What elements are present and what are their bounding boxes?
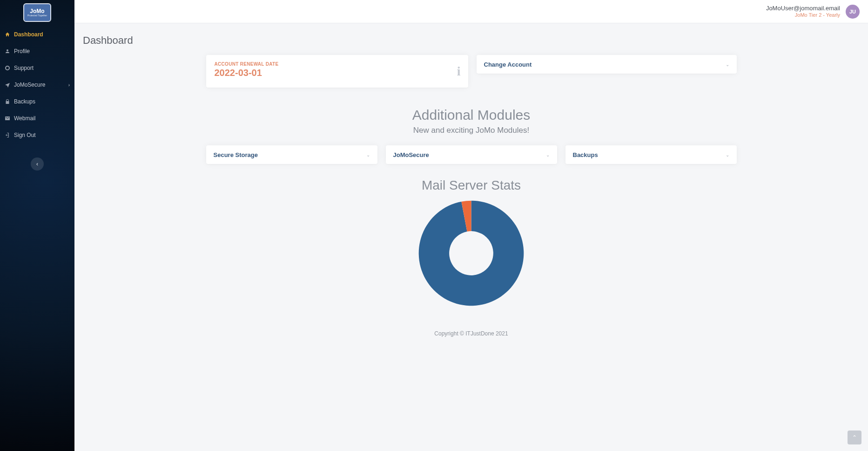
top-cards-row: ACCOUNT RENEWAL DATE 2022-03-01 i Change… <box>206 55 737 88</box>
info-icon[interactable]: i <box>457 64 461 79</box>
modules-subtitle: New and exciting JoMo Modules! <box>82 126 861 135</box>
plane-icon <box>5 82 10 88</box>
dashboard-icon <box>5 32 10 37</box>
sidebar-item-label: Dashboard <box>14 31 43 38</box>
sidebar-logo-wrap: JoMo Protected Together <box>0 0 74 23</box>
change-account-label: Change Account <box>484 61 532 68</box>
user-plan: JoMo Tier 2 - Yearly <box>766 12 840 19</box>
stats-title: Mail Server Stats <box>82 178 861 193</box>
sidebar: JoMo Protected Together Dashboard Profil… <box>0 0 74 451</box>
modules-row: Secure Storage ⌄ JoMoSecure ⌄ Backups ⌄ <box>206 145 737 164</box>
module-backups[interactable]: Backups ⌄ <box>565 145 737 164</box>
chevron-up-icon: ⌃ <box>852 434 857 441</box>
sidebar-item-label: Sign Out <box>14 132 36 138</box>
signout-icon <box>5 132 10 138</box>
change-account-dropdown[interactable]: Change Account ⌄ <box>477 55 737 74</box>
donut-chart <box>417 198 526 308</box>
chevron-down-icon: ⌄ <box>366 152 370 157</box>
user-email: JoMoUser@jomomail.email <box>766 5 840 12</box>
sidebar-item-jomosecure[interactable]: JoMoSecure › <box>0 76 74 93</box>
mail-icon <box>5 116 10 121</box>
sidebar-item-support[interactable]: Support <box>0 60 74 76</box>
footer: Copyright © ITJustDone 2021 <box>82 317 861 345</box>
sidebar-item-backups[interactable]: Backups <box>0 93 74 110</box>
sidebar-item-label: Profile <box>14 48 30 55</box>
topbar: JoMoUser@jomomail.email JoMo Tier 2 - Ye… <box>74 0 868 23</box>
sidebar-item-profile[interactable]: Profile <box>0 43 74 60</box>
lock-icon <box>5 99 10 104</box>
module-secure-storage[interactable]: Secure Storage ⌄ <box>206 145 377 164</box>
user-block[interactable]: JoMoUser@jomomail.email JoMo Tier 2 - Ye… <box>766 5 840 19</box>
sidebar-item-label: Webmail <box>14 115 35 122</box>
sidebar-item-label: JoMoSecure <box>14 82 45 88</box>
chevron-left-icon: ‹ <box>36 161 38 167</box>
renewal-date: 2022-03-01 <box>215 68 460 78</box>
module-label: Backups <box>573 151 598 158</box>
sidebar-item-label: Backups <box>14 98 35 105</box>
main: JoMoUser@jomomail.email JoMo Tier 2 - Ye… <box>74 0 868 451</box>
donut-chart-wrap <box>82 193 861 317</box>
avatar[interactable]: JU <box>846 5 860 19</box>
brand-logo[interactable]: JoMo Protected Together <box>23 3 51 22</box>
chevron-down-icon: ⌄ <box>726 62 729 67</box>
chevron-right-icon: › <box>68 82 70 88</box>
sidebar-item-dashboard[interactable]: Dashboard <box>0 26 74 43</box>
module-label: JoMoSecure <box>393 151 429 158</box>
chevron-down-icon: ⌄ <box>726 152 729 157</box>
account-renewal-card: ACCOUNT RENEWAL DATE 2022-03-01 i <box>206 55 468 88</box>
brand-tagline: Protected Together <box>27 14 47 17</box>
modules-title: Additional Modules <box>82 107 861 123</box>
content: Dashboard ACCOUNT RENEWAL DATE 2022-03-0… <box>74 23 868 345</box>
page-title: Dashboard <box>83 34 861 47</box>
brand-name: JoMo <box>30 8 44 14</box>
lifebuoy-icon <box>5 65 10 71</box>
module-label: Secure Storage <box>214 151 258 158</box>
sidebar-item-webmail[interactable]: Webmail <box>0 110 74 127</box>
sidebar-item-label: Support <box>14 65 34 71</box>
sidebar-collapse-button[interactable]: ‹ <box>31 157 44 171</box>
chevron-down-icon: ⌄ <box>546 152 550 157</box>
renewal-label: ACCOUNT RENEWAL DATE <box>215 62 460 67</box>
avatar-initials: JU <box>849 9 856 14</box>
sidebar-nav: Dashboard Profile Support JoMoSecure › <box>0 23 74 144</box>
module-jomosecure[interactable]: JoMoSecure ⌄ <box>386 145 557 164</box>
user-icon <box>5 48 10 54</box>
footer-text: Copyright © ITJustDone 2021 <box>434 330 508 337</box>
scroll-to-top-button[interactable]: ⌃ <box>848 430 861 444</box>
sidebar-item-signout[interactable]: Sign Out <box>0 127 74 144</box>
